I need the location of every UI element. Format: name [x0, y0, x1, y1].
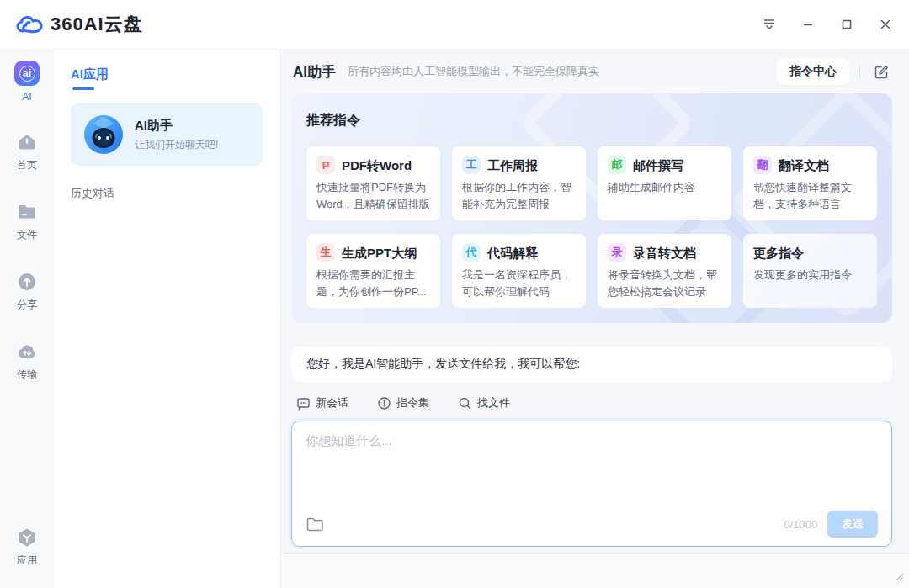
maximize-button[interactable] — [838, 16, 855, 33]
card-title: 翻译文档 — [779, 158, 829, 174]
card-title: 代码解释 — [487, 246, 538, 262]
info-circle-icon — [377, 396, 391, 411]
card-desc: 快速批量将PDF转换为Word，且精确保留排版 — [316, 179, 430, 213]
card-desc: 帮您快速翻译整篇文档，支持多种语言 — [753, 179, 867, 213]
card-title: 工作周报 — [487, 158, 538, 174]
nav-label: 应用 — [17, 554, 37, 568]
attach-file-icon[interactable] — [306, 516, 324, 532]
command-card-audio-to-doc[interactable]: 录 录音转文档 将录音转换为文档，帮您轻松搞定会议记录 — [598, 234, 731, 308]
chat-content: 推荐指令 P PDF转Word 快速批量将PDF转换为Word，且精确保留排版 … — [281, 93, 909, 553]
nav-label: 文件 — [17, 228, 37, 242]
tool-label: 找文件 — [477, 395, 510, 411]
nav-label: 首页 — [17, 158, 37, 172]
card-title: 生成PPT大纲 — [342, 246, 417, 262]
command-cards-grid: P PDF转Word 快速批量将PDF转换为Word，且精确保留排版 工 工作周… — [306, 146, 877, 308]
tool-label: 指令集 — [396, 395, 429, 411]
nav-item-files[interactable]: 文件 — [16, 201, 38, 242]
panel-title: AI应用 — [71, 66, 109, 90]
minimize-button[interactable] — [800, 16, 816, 33]
command-card-ppt-outline[interactable]: 生 生成PPT大纲 根据你需要的汇报主题，为你创作一份PP... — [306, 234, 440, 308]
search-icon — [458, 396, 472, 411]
nav-label: 传输 — [17, 368, 37, 382]
nav-item-apps[interactable]: 应用 — [16, 527, 38, 568]
message-input-container: 0/1000 发送 — [291, 421, 892, 547]
recommended-title: 推荐指令 — [306, 112, 877, 130]
tool-label: 新会话 — [316, 395, 348, 411]
nav-item-transfer[interactable]: 传输 — [16, 341, 38, 382]
ai-apps-panel: AI应用 AI助手 让我们开始聊天吧! 历史对话 — [54, 49, 281, 588]
folder-icon — [16, 201, 38, 223]
chat-toolbar: 新会话 指令集 找文件 — [291, 395, 892, 411]
command-set-button[interactable]: 指令集 — [377, 395, 429, 411]
card-desc: 我是一名资深程序员，可以帮你理解代码 — [462, 267, 576, 300]
command-card-weekly-report[interactable]: 工 工作周报 根据你的工作内容，智能补充为完整周报 — [452, 146, 586, 220]
app-logo: 360AI云盘 — [15, 12, 143, 37]
robot-avatar — [82, 114, 125, 156]
card-title: 邮件撰写 — [633, 158, 683, 174]
nav-label: 分享 — [17, 298, 37, 312]
nav-label: AI — [22, 91, 31, 103]
find-file-button[interactable]: 找文件 — [458, 395, 510, 411]
left-nav-rail: ai AI 首页 文件 分享 传输 应用 — [0, 49, 54, 588]
command-card-more[interactable]: 更多指令 发现更多的实用指令 — [743, 234, 877, 308]
transfer-icon — [16, 341, 38, 363]
card-title: 更多指令 — [753, 246, 804, 262]
chat-bubble-icon — [296, 396, 311, 411]
card-badge-icon: 工 — [462, 156, 481, 174]
card-desc: 发现更多的实用指令 — [753, 267, 867, 283]
send-button[interactable]: 发送 — [827, 511, 878, 538]
header-divider — [859, 64, 860, 79]
message-input[interactable] — [306, 433, 878, 511]
app-title: 360AI云盘 — [50, 12, 143, 37]
assistant-name: AI助手 — [135, 118, 218, 134]
card-desc: 根据你需要的汇报主题，为你创作一份PP... — [316, 267, 430, 300]
new-chat-icon[interactable] — [870, 61, 892, 82]
share-icon — [16, 271, 38, 293]
title-bar: 360AI云盘 — [0, 0, 909, 49]
card-desc: 辅助生成邮件内容 — [608, 179, 721, 196]
card-badge-icon: 录 — [608, 243, 626, 262]
ai-disclaimer: 所有内容均由人工智能模型输出，不能完全保障真实 — [348, 64, 599, 79]
nav-item-home[interactable]: 首页 — [16, 131, 38, 172]
apps-icon — [16, 527, 38, 548]
main-header: AI助手 所有内容均由人工智能模型输出，不能完全保障真实 指令中心 — [281, 50, 909, 93]
assistant-desc: 让我们开始聊天吧! — [135, 138, 218, 152]
ai-assistant-card[interactable]: AI助手 让我们开始聊天吧! — [71, 103, 263, 166]
window-footer — [281, 553, 909, 588]
transfer-list-icon[interactable] — [761, 16, 778, 33]
card-title: 录音转文档 — [633, 246, 696, 262]
home-icon — [16, 131, 38, 153]
command-card-translate-doc[interactable]: 翻 翻译文档 帮您快速翻译整篇文档，支持多种语言 — [743, 146, 877, 220]
command-card-code-explain[interactable]: 代 代码解释 我是一名资深程序员，可以帮你理解代码 — [452, 234, 586, 308]
resize-grip-icon[interactable] — [892, 569, 904, 585]
card-desc: 将录音转换为文档，帮您轻松搞定会议记录 — [608, 267, 721, 300]
page-title: AI助手 — [293, 62, 336, 82]
card-desc: 根据你的工作内容，智能补充为完整周报 — [462, 179, 576, 213]
nav-item-ai[interactable]: ai AI — [14, 61, 40, 103]
char-counter: 0/1000 — [784, 518, 817, 531]
main-area: AI助手 所有内容均由人工智能模型输出，不能完全保障真实 指令中心 推荐指令 — [281, 49, 909, 588]
close-button[interactable] — [877, 16, 894, 33]
command-center-button[interactable]: 指令中心 — [777, 58, 849, 85]
new-session-button[interactable]: 新会话 — [296, 395, 348, 411]
command-card-email-writing[interactable]: 邮 邮件撰写 辅助生成邮件内容 — [598, 146, 731, 220]
recommended-commands-panel: 推荐指令 P PDF转Word 快速批量将PDF转换为Word，且精确保留排版 … — [291, 93, 892, 323]
card-badge-icon: 生 — [316, 243, 335, 262]
card-badge-icon: P — [316, 156, 335, 174]
card-badge-icon: 代 — [462, 243, 481, 262]
card-title: PDF转Word — [342, 158, 412, 174]
assistant-greeting: 您好，我是AI智能助手，发送文件给我，我可以帮您: — [291, 347, 892, 382]
history-conversations[interactable]: 历史对话 — [71, 186, 263, 201]
card-badge-icon: 翻 — [753, 156, 772, 174]
nav-item-share[interactable]: 分享 — [16, 271, 38, 312]
card-badge-icon: 邮 — [608, 156, 626, 174]
cloud-logo-icon — [15, 13, 44, 35]
ai-icon: ai — [14, 61, 40, 86]
command-card-pdf-to-word[interactable]: P PDF转Word 快速批量将PDF转换为Word，且精确保留排版 — [306, 146, 440, 220]
